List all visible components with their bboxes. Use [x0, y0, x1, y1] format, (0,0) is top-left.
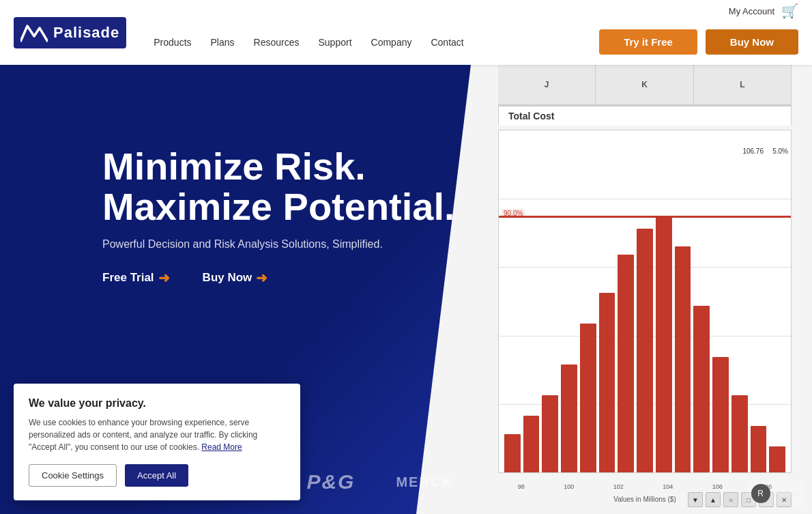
logo-merck: MERCK	[396, 474, 452, 490]
chart-bar	[599, 293, 615, 472]
chart-bar	[561, 365, 577, 472]
buy-now-button[interactable]: Buy Now	[706, 29, 798, 55]
hero-content: Minimize Risk. Maximize Potential. Power…	[102, 147, 455, 286]
hero-title-line2: Maximize Potential.	[102, 187, 455, 227]
my-account-link[interactable]: My Account	[729, 6, 774, 16]
cookie-buttons: Cookie Settings Accept All	[29, 464, 285, 487]
main-nav: Products Plans Resources Support Company…	[154, 37, 599, 48]
chart-bar	[769, 446, 785, 472]
hero-free-trial-link[interactable]: Free Trial ➜	[102, 270, 170, 286]
logo-area[interactable]: Palisade	[14, 17, 126, 48]
nav-contact[interactable]: Contact	[431, 37, 463, 48]
cookie-banner: We value your privacy. We use cookies to…	[14, 384, 300, 500]
col-j: J	[498, 65, 596, 104]
nav-support[interactable]: Support	[318, 37, 351, 48]
chart-tool-circle[interactable]: ○	[723, 492, 738, 507]
free-trial-label: Free Trial	[102, 271, 154, 285]
col-l: L	[694, 65, 792, 104]
chart-grid: 90.0% 106.76 5.0%	[498, 130, 792, 473]
col-k: K	[596, 65, 693, 104]
revain-label: Revain	[774, 489, 800, 498]
accept-all-button[interactable]: Accept All	[125, 464, 188, 487]
header-top: My Account 🛒	[729, 0, 798, 22]
cookie-settings-button[interactable]: Cookie Settings	[29, 464, 117, 487]
try-free-button[interactable]: Try it Free	[599, 29, 697, 55]
palisade-logo-icon	[20, 23, 48, 43]
chart-bar	[751, 426, 767, 472]
cookie-title: We value your privacy.	[29, 397, 285, 410]
nav-products[interactable]: Products	[154, 37, 191, 48]
chart-bar	[693, 306, 710, 472]
chart-bar	[504, 434, 521, 472]
revain-icon: R	[751, 484, 770, 503]
nav-resources[interactable]: Resources	[254, 37, 300, 48]
logo-text: Palisade	[53, 24, 119, 42]
buy-now-arrow: ➜	[256, 270, 267, 286]
chart-bar	[731, 395, 748, 472]
buy-now-label: Buy Now	[203, 271, 252, 285]
spreadsheet-header: J K L	[498, 65, 792, 106]
hero-title-line1: Minimize Risk.	[102, 147, 455, 187]
hero-buy-now-link[interactable]: Buy Now ➜	[203, 270, 268, 286]
chart-bar	[580, 324, 596, 472]
revain-badge: R Revain	[746, 481, 805, 506]
header: My Account 🛒 Palisade Products Plans Res…	[0, 0, 812, 65]
cookie-body: We use cookies to enhance your browsing …	[29, 416, 285, 453]
cart-icon[interactable]: 🛒	[781, 3, 798, 19]
chart-bar	[712, 357, 729, 472]
chart-bar	[618, 255, 634, 472]
chart-bar	[542, 395, 558, 472]
cookie-read-more[interactable]: Read More	[201, 442, 242, 452]
chart-bar	[675, 246, 691, 472]
chart-tool-filter[interactable]: ▼	[688, 492, 703, 507]
chart-label-5: 5.0%	[772, 147, 788, 155]
chart-label-106: 106.76	[742, 147, 764, 155]
nav-company[interactable]: Company	[371, 37, 412, 48]
chart-area: J K L Total Cost 90.0% 106.76 5.0% 98100…	[416, 65, 812, 514]
hero-subtitle: Powerful Decision and Risk Analysis Solu…	[102, 238, 455, 251]
hero-actions: Free Trial ➜ Buy Now ➜	[102, 270, 455, 286]
free-trial-arrow: ➜	[158, 270, 170, 286]
nav-plans[interactable]: Plans	[211, 37, 235, 48]
chart-title: Total Cost	[498, 106, 792, 126]
chart-bar	[637, 229, 653, 472]
chart-tool-up[interactable]: ▲	[706, 492, 721, 507]
chart-bar	[523, 416, 540, 472]
logo-pg: P&G	[306, 470, 355, 494]
logo-box: Palisade	[14, 17, 126, 48]
chart-bar	[656, 216, 672, 472]
hero-section: J K L Total Cost 90.0% 106.76 5.0% 98100…	[0, 65, 812, 514]
chart-bars	[499, 216, 791, 472]
nav-buttons: Try it Free Buy Now	[599, 29, 798, 55]
